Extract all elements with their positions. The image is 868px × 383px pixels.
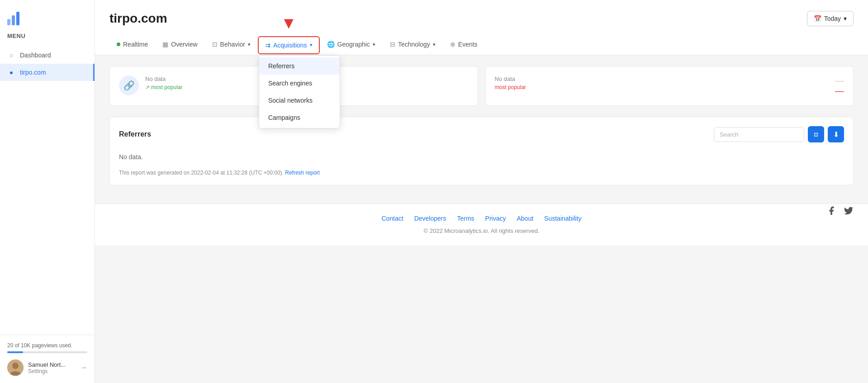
events-icon: ⊕: [450, 41, 455, 48]
pageviews-bar-fill: [7, 351, 23, 353]
top-area: tirpo.com 📅 Today ▾ Realtime ▦ Overview: [95, 0, 868, 55]
stat-info-1: No data ↗ most popular: [145, 76, 182, 90]
tab-events[interactable]: ⊕ Events: [443, 35, 485, 55]
no-data-text: No data.: [119, 150, 844, 164]
date-button-label: Today: [824, 15, 841, 22]
calendar-icon: 📅: [814, 15, 821, 22]
footer-link-about[interactable]: About: [517, 215, 534, 222]
tab-technology[interactable]: ⊟ Technology ▾: [383, 35, 443, 55]
tab-behavior-label: Behavior: [220, 41, 245, 48]
stat-trend-2: most popular: [495, 84, 526, 90]
footer-link-terms[interactable]: Terms: [457, 215, 474, 222]
tab-behavior[interactable]: ⊡ Behavior ▾: [205, 35, 258, 55]
tab-overview-label: Overview: [171, 41, 197, 48]
tab-overview[interactable]: ▦ Overview: [155, 35, 204, 55]
sidebar-item-label: Dashboard: [20, 52, 51, 59]
pageviews-text: 20 of 10K pageviews used.: [7, 342, 87, 349]
stat-card-2: No data most popular — —: [485, 66, 854, 106]
sidebar-item-tirpo[interactable]: ● tirpo.com: [0, 64, 95, 81]
twitter-icon[interactable]: [844, 206, 854, 218]
menu-label: MENU: [0, 29, 95, 47]
table-controls: ⧈ ⬇: [714, 126, 844, 142]
technology-chevron: ▾: [433, 42, 436, 47]
footer-link-developers[interactable]: Developers: [414, 215, 446, 222]
stat-icon-1: 🔗: [119, 76, 139, 95]
acquisitions-chevron: ▾: [310, 42, 313, 48]
stat-dash-2: —: [835, 86, 844, 96]
overview-icon: ▦: [162, 41, 168, 48]
filter-button[interactable]: ⧈: [808, 126, 824, 142]
footer-social: [826, 206, 854, 218]
filter-icon: ⧈: [814, 130, 818, 138]
search-input[interactable]: [714, 127, 804, 142]
tab-technology-label: Technology: [398, 41, 430, 48]
header-row: tirpo.com 📅 Today ▾: [109, 11, 854, 26]
acquisitions-icon: ⇉: [265, 42, 270, 49]
realtime-dot: [117, 43, 120, 46]
behavior-chevron: ▾: [248, 42, 251, 47]
dropdown-item-campaigns[interactable]: Campaigns: [259, 109, 340, 126]
tab-acquisitions[interactable]: ▼ ⇉ Acquisitions ▾ Referrers Search engi…: [258, 36, 320, 54]
table-header: Referrers ⧈ ⬇: [119, 126, 844, 142]
site-title: tirpo.com: [109, 11, 167, 26]
dashboard-icon: ○: [7, 51, 15, 59]
user-info: Samuel Nort... Settings: [28, 361, 76, 374]
geographic-chevron: ▾: [373, 42, 375, 47]
stat-label-1: No data: [145, 76, 182, 82]
footer-link-privacy[interactable]: Privacy: [485, 215, 506, 222]
logo: [0, 0, 95, 29]
table-title: Referrers: [119, 130, 151, 138]
main: tirpo.com 📅 Today ▾ Realtime ▦ Overview: [95, 0, 868, 383]
dropdown-item-referrers[interactable]: Referrers: [259, 57, 340, 75]
refresh-link[interactable]: Refresh report: [285, 170, 320, 176]
footer-link-sustainability[interactable]: Sustainability: [544, 215, 582, 222]
footer-link-contact[interactable]: Contact: [381, 215, 403, 222]
geographic-icon: 🌐: [327, 41, 335, 48]
download-button[interactable]: ⬇: [828, 126, 844, 142]
stat-dash-1: —: [835, 76, 844, 86]
stats-row: 🔗 No data ↗ most popular No da: [109, 66, 854, 106]
report-text: This report was generated on 2022-02-04 …: [119, 170, 844, 176]
user-settings-label: Settings: [28, 368, 76, 374]
chevron-down-icon: ▾: [844, 15, 847, 22]
acquisitions-dropdown: Referrers Search engines Social networks…: [259, 55, 340, 128]
main-content: tirpo.com 📅 Today ▾ Realtime ▦ Overview: [95, 0, 868, 383]
table-section: Referrers ⧈ ⬇ No data. This report was g…: [109, 117, 854, 185]
footer: Contact Developers Terms Privacy About S…: [95, 203, 868, 245]
tab-geographic-label: Geographic: [337, 41, 370, 48]
trend-text-2: most popular: [495, 84, 526, 90]
footer-links: Contact Developers Terms Privacy About S…: [109, 215, 854, 222]
tab-realtime-label: Realtime: [123, 41, 148, 48]
report-generated-text: This report was generated on 2022-02-04 …: [119, 170, 284, 176]
sidebar-bottom: 20 of 10K pageviews used. Samuel Nort...…: [0, 335, 95, 383]
download-icon: ⬇: [833, 130, 839, 139]
sidebar-item-label: tirpo.com: [20, 69, 46, 76]
date-button[interactable]: 📅 Today ▾: [807, 11, 854, 26]
logo-icon: [7, 9, 24, 25]
trend-arrow-1: ↗: [145, 84, 150, 90]
pageviews-bar-bg: [7, 351, 87, 353]
tirpo-icon: ●: [7, 68, 15, 76]
tab-realtime[interactable]: Realtime: [109, 35, 155, 55]
nav-tabs: Realtime ▦ Overview ⊡ Behavior ▾ ▼ ⇉ Acq…: [109, 35, 854, 55]
behavior-icon: ⊡: [212, 41, 218, 48]
facebook-icon[interactable]: [826, 206, 836, 218]
stat-info-2: No data most popular: [495, 76, 526, 90]
sidebar-item-dashboard[interactable]: ○ Dashboard: [0, 47, 95, 64]
tab-geographic[interactable]: 🌐 Geographic ▾: [320, 35, 383, 55]
trend-text-1: most popular: [151, 84, 182, 90]
user-row: Samuel Nort... Settings →: [7, 359, 87, 376]
tab-events-label: Events: [458, 41, 478, 48]
content-area: 🔗 No data ↗ most popular No da: [95, 55, 868, 203]
svg-point-1: [12, 363, 19, 369]
user-name: Samuel Nort...: [28, 361, 76, 368]
sidebar: MENU ○ Dashboard ● tirpo.com 20 of 10K p…: [0, 0, 95, 383]
stat-label-2: No data: [495, 76, 526, 82]
dropdown-item-search-engines[interactable]: Search engines: [259, 75, 340, 92]
tab-acquisitions-label: Acquisitions: [273, 42, 307, 49]
footer-copyright: © 2022 Microanalytics.io. All rights res…: [109, 227, 854, 234]
technology-icon: ⊟: [390, 41, 395, 48]
avatar: [7, 359, 24, 376]
dropdown-item-social-networks[interactable]: Social networks: [259, 92, 340, 109]
logout-icon[interactable]: →: [80, 364, 87, 372]
